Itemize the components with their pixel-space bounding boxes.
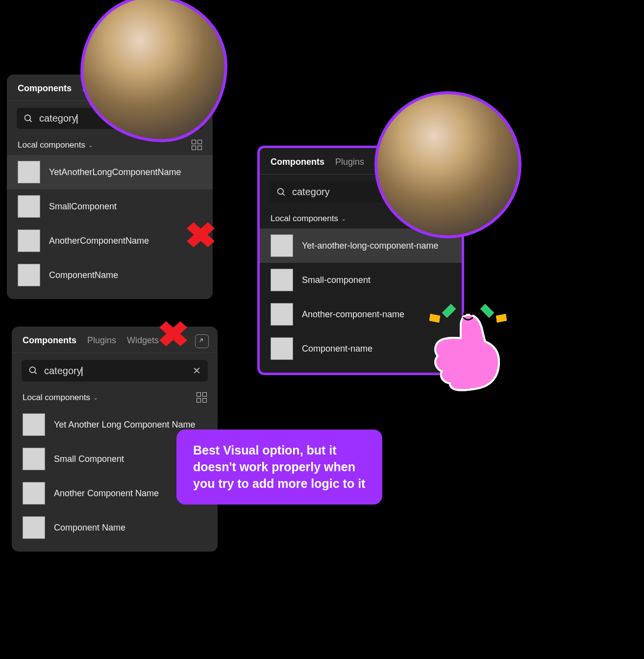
svg-line-3 xyxy=(35,372,37,374)
component-thumb xyxy=(23,482,45,505)
list-item[interactable]: Small-component xyxy=(260,263,462,297)
list-item[interactable]: ComponentName xyxy=(7,258,213,292)
section-local-components[interactable]: Local components ⌄ xyxy=(18,140,93,150)
popout-icon[interactable] xyxy=(195,334,209,348)
meme-image-rock-on xyxy=(374,91,521,238)
component-thumb xyxy=(18,229,40,252)
list-item[interactable]: Component Name xyxy=(12,510,218,545)
chevron-down-icon: ⌄ xyxy=(88,142,93,149)
section-local-components[interactable]: Local components ⌄ xyxy=(23,393,98,403)
component-thumb xyxy=(23,516,45,539)
chevron-down-icon: ⌄ xyxy=(93,394,98,401)
component-thumb xyxy=(23,413,45,436)
thumbs-up-sticker xyxy=(424,294,513,392)
list-item[interactable]: SmallComponent xyxy=(7,189,213,224)
reject-x-icon: ✖ xyxy=(157,314,190,355)
search-value: category xyxy=(44,365,187,377)
component-thumb xyxy=(271,337,293,360)
component-thumb xyxy=(271,269,293,291)
chevron-down-icon: ⌄ xyxy=(341,215,346,222)
component-thumb xyxy=(271,234,293,257)
reject-x-icon: ✖ xyxy=(184,215,217,256)
svg-point-6 xyxy=(463,312,466,315)
callout-note: Best Visual option, but it doesn't work … xyxy=(176,430,382,505)
search-input[interactable]: category ✕ xyxy=(22,360,208,381)
svg-point-0 xyxy=(25,115,31,121)
svg-line-1 xyxy=(30,120,32,122)
search-icon xyxy=(276,187,286,197)
svg-point-4 xyxy=(278,188,284,194)
component-thumb xyxy=(271,303,293,326)
svg-point-2 xyxy=(30,367,36,373)
component-thumb xyxy=(18,195,40,218)
search-icon xyxy=(28,366,38,376)
component-thumb xyxy=(23,448,45,470)
tab-components[interactable]: Components xyxy=(271,157,324,167)
tab-components[interactable]: Components xyxy=(23,335,76,346)
list-item[interactable]: AnotherComponentName xyxy=(7,224,213,258)
component-list: YetAnotherLongComponentName SmallCompone… xyxy=(7,155,213,299)
component-thumb xyxy=(18,264,40,286)
svg-line-5 xyxy=(283,193,285,195)
search-icon xyxy=(24,114,33,124)
tab-plugins[interactable]: Plugins xyxy=(335,157,364,167)
tab-widgets[interactable]: Widgets xyxy=(127,335,159,346)
tab-components[interactable]: Components xyxy=(18,83,72,94)
component-thumb xyxy=(18,161,40,183)
list-item[interactable]: YetAnotherLongComponentName xyxy=(7,155,213,189)
grid-view-icon[interactable] xyxy=(192,140,202,150)
clear-icon[interactable]: ✕ xyxy=(193,365,201,377)
tab-plugins[interactable]: Plugins xyxy=(87,335,116,346)
grid-view-icon[interactable] xyxy=(197,392,207,403)
section-local-components[interactable]: Local components ⌄ xyxy=(271,214,346,224)
svg-point-7 xyxy=(470,312,473,315)
